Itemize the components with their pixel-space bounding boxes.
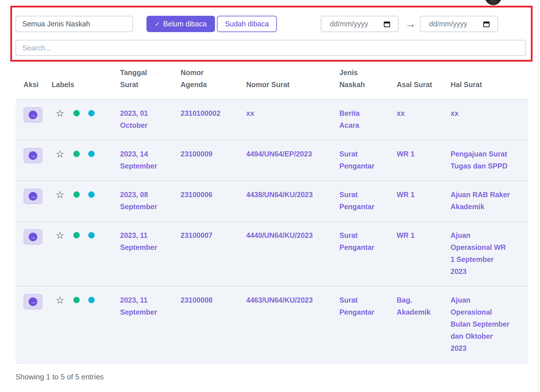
jenis-naskah-cell: Surat Pengantar bbox=[331, 181, 389, 222]
user-avatar[interactable] bbox=[485, 0, 502, 5]
nomor-surat-cell: 4494/UN64/EP/2023 bbox=[238, 140, 331, 181]
asal-surat-cell: Bag. Akademik bbox=[389, 286, 443, 363]
sudah-dibaca-button[interactable]: Sudah dibaca bbox=[217, 16, 277, 32]
col-header-tanggal-surat: Tanggal Surat bbox=[112, 62, 173, 99]
open-detail-button[interactable]: → bbox=[24, 148, 42, 163]
label-dot-cyan-icon bbox=[88, 191, 95, 198]
date-from-input[interactable]: dd/mm/yyyy bbox=[321, 16, 399, 32]
sudah-dibaca-label: Sudah dibaca bbox=[225, 20, 269, 28]
open-detail-button[interactable]: → bbox=[24, 189, 42, 204]
nomor-agenda-cell: 23100009 bbox=[173, 140, 238, 181]
naskah-table: Aksi Labels Tanggal Surat Nomor Agenda N… bbox=[15, 62, 528, 363]
label-dot-green-icon bbox=[73, 151, 80, 157]
hal-surat-cell: xx bbox=[443, 99, 528, 140]
table-header-row: Aksi Labels Tanggal Surat Nomor Agenda N… bbox=[15, 62, 528, 99]
jenis-naskah-cell: Surat Pengantar bbox=[331, 140, 389, 181]
date-from-placeholder: dd/mm/yyyy bbox=[330, 20, 368, 28]
label-dot-green-icon bbox=[73, 297, 80, 303]
label-dot-green-icon bbox=[73, 191, 80, 198]
inbox-page: Semua Jenis Naskah ✓ Belum dibaca Sudah … bbox=[0, 0, 540, 392]
nomor-surat-cell: 4440/UN64/KU/2023 bbox=[238, 222, 331, 286]
hal-surat-cell: Ajuan RAB Raker Akademik bbox=[443, 181, 528, 222]
table-row: → ☆ 2023, 14 September 23100009 4494/UN6… bbox=[15, 140, 528, 181]
col-header-nomor-agenda: Nomor Agenda bbox=[173, 62, 238, 99]
avatar-suit-left bbox=[485, 0, 493, 2]
arrow-right-icon: → bbox=[401, 16, 420, 32]
hal-surat-cell: Ajuan Operasional Bulan September dan Ok… bbox=[443, 286, 528, 363]
label-dot-green-icon bbox=[73, 110, 80, 116]
col-header-labels: Labels bbox=[44, 62, 112, 99]
star-icon[interactable]: ☆ bbox=[56, 108, 64, 118]
jenis-naskah-cell: Surat Pengantar bbox=[331, 286, 389, 363]
star-icon[interactable]: ☆ bbox=[56, 230, 64, 240]
jenis-naskah-cell: Surat Pengantar bbox=[331, 222, 389, 286]
jenis-naskah-selected-value: Semua Jenis Naskah bbox=[22, 20, 90, 28]
tanggal-surat-cell: 2023, 14 September bbox=[112, 140, 173, 181]
col-header-nomor-surat: Nomor Surat bbox=[238, 62, 331, 99]
nomor-agenda-cell: 23100007 bbox=[173, 222, 238, 286]
arrow-right-circle-icon: → bbox=[29, 192, 37, 201]
nomor-agenda-cell: 2310100002 bbox=[173, 99, 238, 140]
asal-surat-cell: WR 1 bbox=[389, 222, 443, 286]
table-row: → ☆ 2023, 01 October 2310100002 xx Berit… bbox=[15, 99, 528, 140]
avatar-suit-right bbox=[493, 0, 502, 2]
tanggal-surat-cell: 2023, 11 September bbox=[112, 222, 173, 286]
belum-dibaca-label: Belum dibaca bbox=[163, 20, 207, 28]
asal-surat-cell: WR 1 bbox=[389, 181, 443, 222]
table-row: → ☆ 2023, 08 September 23100006 4438/UN6… bbox=[15, 181, 528, 222]
entries-summary: Showing 1 to 5 of 5 entries bbox=[15, 373, 104, 381]
open-detail-button[interactable]: → bbox=[24, 107, 42, 123]
hal-surat-cell: Pengajuan Surat Tugas dan SPPD bbox=[443, 140, 528, 181]
col-header-aksi: Aksi bbox=[15, 62, 44, 99]
arrow-right-circle-icon: → bbox=[29, 151, 37, 160]
asal-surat-cell: xx bbox=[389, 99, 443, 140]
table-row: → ☆ 2023, 11 September 23100007 4440/UN6… bbox=[15, 222, 528, 286]
jenis-naskah-select[interactable]: Semua Jenis Naskah bbox=[15, 16, 133, 32]
check-icon: ✓ bbox=[155, 21, 160, 27]
col-header-hal-surat: Hal Surat bbox=[443, 62, 528, 99]
label-dot-cyan-icon bbox=[88, 297, 95, 303]
label-dot-cyan-icon bbox=[88, 232, 95, 238]
tanggal-surat-cell: 2023, 11 September bbox=[112, 286, 173, 363]
label-dot-cyan-icon bbox=[88, 110, 95, 116]
calendar-icon[interactable] bbox=[383, 20, 391, 28]
arrow-right-circle-icon: → bbox=[29, 233, 37, 241]
col-header-jenis-naskah: Jenis Naskah bbox=[331, 62, 389, 99]
date-to-input[interactable]: dd/mm/yyyy bbox=[420, 16, 498, 32]
nomor-agenda-cell: 23100008 bbox=[173, 286, 238, 363]
tanggal-surat-cell: 2023, 01 October bbox=[112, 99, 173, 140]
date-to-placeholder: dd/mm/yyyy bbox=[429, 20, 467, 28]
star-icon[interactable]: ☆ bbox=[56, 295, 64, 305]
label-dot-green-icon bbox=[73, 232, 80, 238]
table-row: → ☆ 2023, 11 September 23100008 4463/UN6… bbox=[15, 286, 528, 363]
open-detail-button[interactable]: → bbox=[24, 229, 42, 245]
label-dot-cyan-icon bbox=[88, 151, 95, 157]
belum-dibaca-button[interactable]: ✓ Belum dibaca bbox=[146, 16, 215, 32]
asal-surat-cell: WR 1 bbox=[389, 140, 443, 181]
nomor-surat-cell: 4463/UN64/KU/2023 bbox=[238, 286, 331, 363]
star-icon[interactable]: ☆ bbox=[56, 190, 64, 199]
calendar-icon[interactable] bbox=[483, 20, 490, 28]
arrow-right-circle-icon: → bbox=[29, 297, 37, 306]
col-header-asal-surat: Asal Surat bbox=[389, 62, 443, 99]
page-edge-scrollbar[interactable] bbox=[538, 0, 538, 392]
nomor-surat-cell: xx bbox=[238, 99, 331, 140]
nomor-agenda-cell: 23100006 bbox=[173, 181, 238, 222]
hal-surat-cell: Ajuan Operasional WR 1 September 2023 bbox=[443, 222, 528, 286]
arrow-right-circle-icon: → bbox=[29, 111, 37, 119]
search-input[interactable] bbox=[15, 40, 526, 56]
star-icon[interactable]: ☆ bbox=[56, 149, 64, 159]
open-detail-button[interactable]: → bbox=[24, 294, 42, 309]
jenis-naskah-cell: Berita Acara bbox=[331, 99, 389, 140]
nomor-surat-cell: 4438/UN64/KU/2023 bbox=[238, 181, 331, 222]
tanggal-surat-cell: 2023, 08 September bbox=[112, 181, 173, 222]
